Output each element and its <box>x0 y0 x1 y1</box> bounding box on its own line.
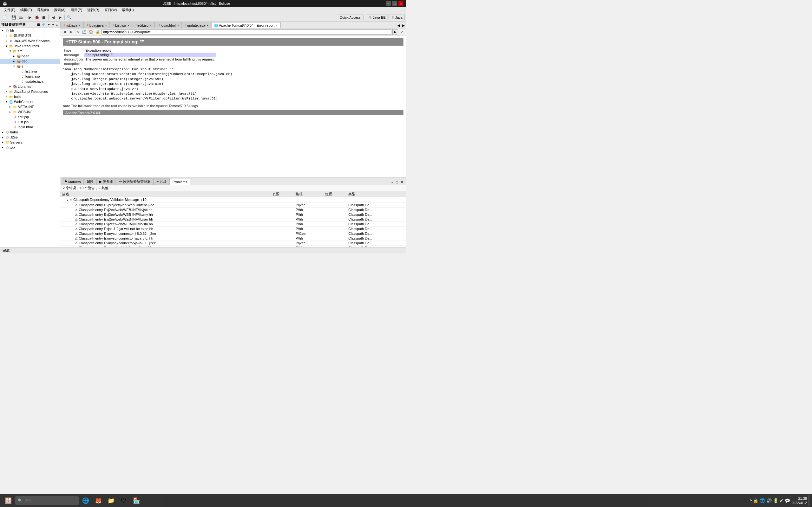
tree-item-s[interactable]: ▾ 📦 s <box>0 64 60 69</box>
col-type[interactable]: 类型 <box>346 191 406 197</box>
tab-datasource[interactable]: 🗃 数据源资源管理器 <box>116 178 154 185</box>
tree-item-j2ee[interactable]: ▸ ⬡ J2ee <box>0 135 60 140</box>
tree-item-login-html[interactable]: H login.html <box>0 124 60 130</box>
menu-edit[interactable]: 编辑(E) <box>18 7 35 13</box>
tab-close-tomcat[interactable]: × <box>276 24 277 27</box>
sidebar-minimize[interactable]: − <box>52 22 55 26</box>
tab-tomcat-error[interactable]: 🌐 Apache Tomcat/7.0.64 - Error report × <box>211 22 281 29</box>
menu-search[interactable]: 搜索(A) <box>51 7 68 13</box>
problem-row[interactable]: ⚠ Classpath entry E:/jstl-1.2.jar will n… <box>60 227 406 231</box>
sidebar-maximize[interactable]: □ <box>55 22 59 26</box>
problem-row[interactable]: ⚠ Classpath entry E:/standard-1.1.2.jar … <box>60 245 406 247</box>
tab-update-java[interactable]: J update.java × <box>182 22 211 28</box>
problem-row[interactable]: ⚠ Classpath entry E:/mysql-connector-jav… <box>60 241 406 245</box>
toolbar-debug[interactable]: 🐞 <box>34 14 40 20</box>
quick-access-button[interactable]: Quick Access <box>337 14 363 20</box>
java-button[interactable]: ☕ Java <box>389 14 405 20</box>
browser-external[interactable]: ↗ <box>399 29 405 35</box>
tab-properties[interactable]: 属性 <box>84 178 96 185</box>
java-ee-button[interactable]: ☕ Java EE <box>366 14 388 20</box>
menu-project[interactable]: 项目(P) <box>68 7 85 13</box>
sidebar-collapse-all[interactable]: ⊟ <box>37 22 40 26</box>
tab-markers[interactable]: ⚑ Markers <box>61 178 84 185</box>
toolbar-stop[interactable]: ⏹ <box>41 14 47 20</box>
tab-login-java[interactable]: J login.java × <box>84 22 110 28</box>
tree-item-webcontent[interactable]: ▾ 🌐 WebContent <box>0 99 60 104</box>
tab-close-login-html[interactable]: × <box>177 24 179 27</box>
tree-item-edit-jsp[interactable]: J edit.jsp <box>0 114 60 119</box>
browser-back[interactable]: ◀ <box>61 29 67 35</box>
col-resource[interactable]: 资源 <box>270 191 294 197</box>
col-path[interactable]: 路径 <box>294 191 323 197</box>
tree-item-login-java[interactable]: J login.java <box>0 74 60 79</box>
tree-item-huhu[interactable]: ▸ ⬡ huhu <box>0 130 60 135</box>
panel-maximize[interactable]: □ <box>395 180 399 185</box>
browser-go[interactable]: ▶ <box>392 29 398 35</box>
tree-item-jsresources[interactable]: ▸ 📂 JavaScript Resources <box>0 89 60 94</box>
tree-item-libraries[interactable]: ▸ 📚 Libraries <box>0 84 60 89</box>
minimize-button[interactable]: ─ <box>386 1 391 6</box>
toolbar-save-all[interactable]: 🗃 <box>17 14 24 20</box>
panel-minimize[interactable]: − <box>390 180 395 185</box>
tree-item-xxx[interactable]: ▸ ⬡ xxx <box>0 145 60 150</box>
tree-item-servers[interactable]: ▸ 📁 Servers <box>0 140 60 145</box>
tab-close-list-java[interactable]: × <box>79 24 81 27</box>
tab-close-update-java[interactable]: × <box>207 24 208 27</box>
toolbar-new[interactable]: 📄 <box>1 14 8 20</box>
problem-row[interactable]: ⚠ Classpath entry E:/j2ee/web/WEB-INF/li… <box>60 212 406 217</box>
tab-list-java[interactable]: J list.java × <box>60 22 84 28</box>
browser-home[interactable]: 🏠 <box>88 29 94 35</box>
tab-login-html[interactable]: H login.html × <box>154 22 182 28</box>
tab-close-list-jsp[interactable]: × <box>128 24 129 27</box>
toolbar-save[interactable]: 💾 <box>10 14 17 20</box>
tree-item-bmdz[interactable]: ▸ 📁 部署描述符: <box>0 33 60 38</box>
tree-item-jax[interactable]: ▸ ⚙ JAX-WS Web Services <box>0 38 60 43</box>
problem-row[interactable]: ⚠ Classpath entry E:/j2ee/web/WEB-INF/li… <box>60 208 406 212</box>
tab-servers[interactable]: ▶ 服务器 <box>96 178 116 185</box>
col-location[interactable]: 位置 <box>323 191 346 197</box>
tab-list-jsp[interactable]: J List.jsp × <box>110 22 132 28</box>
browser-lock[interactable]: 🔒 <box>95 29 101 35</box>
browser-url-input[interactable] <box>101 30 392 35</box>
tree-item-update-java[interactable]: J update.java <box>0 79 60 84</box>
tree-item-metainf[interactable]: ▸ 📁 META-INF <box>0 104 60 109</box>
tab-snippets[interactable]: ✂ 片段 <box>154 178 170 185</box>
menu-help[interactable]: 帮助(H) <box>119 7 136 13</box>
toolbar-run[interactable]: ▶ <box>27 14 33 20</box>
toolbar-forward[interactable]: ▶ <box>57 14 63 20</box>
tree-item-javaresources[interactable]: ▾ 📂 Java Resources <box>0 43 60 49</box>
tab-edit-jsp[interactable]: J edit.jsp × <box>132 22 154 28</box>
tree-item-list-jsp[interactable]: J List.jsp <box>0 119 60 124</box>
close-button[interactable]: ✕ <box>398 1 403 6</box>
tree-item-build[interactable]: ▸ 📂 build <box>0 94 60 99</box>
tree-item-dao[interactable]: ▸ 📦 dao <box>0 59 60 64</box>
menu-nav[interactable]: 导航(N) <box>35 7 51 13</box>
browser-stop[interactable]: ✕ <box>75 29 81 35</box>
tree-item-hh[interactable]: ▾ ⬡ hh <box>0 28 60 33</box>
problem-row[interactable]: ⚠ Classpath entry D:/project/j2ee/WebCon… <box>60 203 406 208</box>
restore-button[interactable]: □ <box>392 1 397 6</box>
problem-row[interactable]: ⚠ Classpath entry E:/j2ee/web/WEB-INF/li… <box>60 222 406 227</box>
tree-item-bean[interactable]: ▸ 📦 bean <box>0 54 60 59</box>
tab-close-login-java[interactable]: × <box>105 24 107 27</box>
tab-scroll-right[interactable]: ▶ <box>401 23 406 28</box>
problem-row[interactable]: ⚠ Classpath entry E:/mysql-connector-j-8… <box>60 231 406 236</box>
toolbar-back[interactable]: ◀ <box>50 14 56 20</box>
tree-item-webinf[interactable]: ▸ 📁 WEB-INF <box>0 109 60 114</box>
tab-close-edit-jsp[interactable]: × <box>150 24 152 27</box>
problem-row[interactable]: ⚠ Classpath entry E:/j2ee/web/WEB-INF/li… <box>60 217 406 222</box>
problem-row[interactable]: ⚠ Classpath entry E:/mysql-connector-jav… <box>60 236 406 241</box>
panel-close[interactable]: ✕ <box>399 179 405 185</box>
menu-file[interactable]: 文件(F) <box>1 7 18 13</box>
problems-scroll[interactable]: 描述 资源 路径 位置 类型 ▸ ⚠ Classpath Dependency … <box>60 191 406 247</box>
menu-run[interactable]: 运行(R) <box>85 7 101 13</box>
tab-problems[interactable]: Problems <box>170 179 190 185</box>
sidebar-menu[interactable]: ▼ <box>47 22 51 26</box>
col-desc[interactable]: 描述 <box>60 191 270 197</box>
tab-scroll-left[interactable]: ◀ <box>396 23 401 28</box>
browser-forward[interactable]: ▶ <box>68 29 74 35</box>
toolbar-search[interactable]: 🔍 <box>66 14 72 20</box>
problem-row[interactable]: ▸ ⚠ Classpath Dependency Validator Messa… <box>60 197 406 203</box>
menu-window[interactable]: 窗口(W) <box>102 7 119 13</box>
tree-item-src[interactable]: ▾ 📂 src <box>0 49 60 54</box>
